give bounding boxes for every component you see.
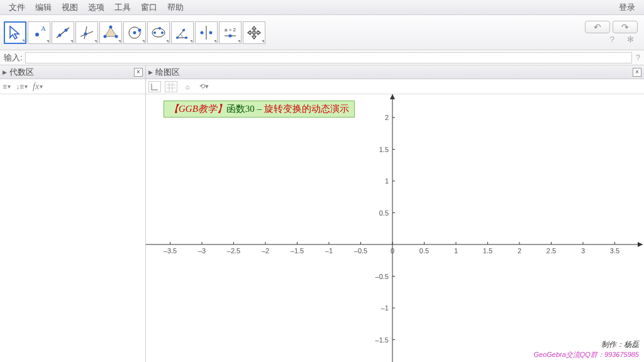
algebra-toolbar: ≡▾ ↓≡▾ fx▾ [0, 79, 145, 94]
svg-text:–3: –3 [198, 247, 206, 255]
graphics-header[interactable]: ▶ 绘图区 × [146, 65, 644, 79]
grid-toggle-icon[interactable] [165, 81, 177, 92]
input-help-icon[interactable]: ? [636, 53, 640, 62]
input-label: 输入: [4, 52, 23, 63]
gear-icon[interactable]: ✻ [627, 35, 634, 44]
svg-text:–1.5: –1.5 [291, 247, 304, 255]
svg-text:–1: –1 [325, 247, 333, 255]
svg-text:1: 1 [454, 247, 458, 255]
svg-line-2 [57, 28, 69, 38]
graphics-close-button[interactable]: × [633, 68, 641, 77]
menu-file[interactable]: 文件 [4, 0, 30, 15]
redo-button[interactable]: ↷ [613, 21, 638, 33]
svg-text:–1.5: –1.5 [375, 336, 389, 344]
svg-point-20 [185, 36, 187, 39]
svg-text:–0.5: –0.5 [354, 247, 367, 255]
svg-point-3 [58, 33, 62, 36]
algebra-header[interactable]: ▶ 代数区 × [0, 65, 145, 79]
tool-line[interactable] [52, 21, 74, 44]
svg-text:A: A [41, 25, 46, 32]
svg-point-0 [35, 33, 39, 36]
svg-point-16 [153, 31, 156, 34]
svg-point-27 [229, 34, 232, 37]
tool-perpendicular[interactable] [75, 21, 98, 44]
graphics-toolbar: ⌂ ⟲▾ [146, 79, 644, 94]
svg-text:–3.5: –3.5 [164, 247, 177, 255]
algebra-title: 代数区 [9, 67, 34, 78]
svg-point-23 [201, 31, 204, 34]
svg-point-19 [176, 36, 179, 39]
undo-button[interactable]: ↶ [585, 21, 610, 33]
svg-text:0.5: 0.5 [419, 247, 429, 255]
svg-text:2: 2 [518, 247, 521, 255]
tool-move[interactable] [4, 21, 26, 44]
tool-reflect[interactable] [195, 21, 218, 44]
algebra-fx-icon[interactable]: fx▾ [33, 82, 43, 92]
svg-text:–2.5: –2.5 [227, 247, 240, 255]
menu-window[interactable]: 窗口 [136, 0, 162, 15]
svg-text:2: 2 [385, 114, 389, 121]
menu-edit[interactable]: 编辑 [30, 0, 57, 15]
svg-text:a = 2: a = 2 [225, 27, 236, 33]
tool-circle[interactable] [123, 21, 146, 44]
tool-angle[interactable] [171, 21, 194, 44]
input-bar: 输入: ? [0, 50, 644, 65]
graphics-title: 绘图区 [155, 67, 180, 78]
algebra-panel: ▶ 代数区 × ≡▾ ↓≡▾ fx▾ [0, 65, 146, 362]
input-field[interactable] [25, 52, 632, 63]
svg-marker-33 [390, 94, 395, 99]
menubar: 文件 编辑 视图 选项 工具 窗口 帮助 登录 [0, 0, 644, 15]
svg-text:3: 3 [581, 247, 585, 255]
tool-slider[interactable]: a = 2 [219, 21, 242, 44]
tool-polygon[interactable] [99, 21, 122, 44]
svg-point-17 [161, 31, 164, 34]
help-icon[interactable]: ? [610, 35, 614, 44]
svg-point-10 [115, 35, 118, 38]
snap-icon[interactable]: ⟲▾ [197, 81, 210, 92]
svg-text:0.5: 0.5 [379, 209, 389, 217]
menu-view[interactable]: 视图 [57, 0, 83, 15]
algebra-list-icon[interactable]: ≡▾ [3, 82, 11, 91]
svg-text:0: 0 [391, 247, 394, 255]
svg-point-7 [84, 32, 87, 35]
svg-point-21 [182, 29, 185, 31]
svg-point-4 [65, 28, 68, 31]
svg-point-14 [138, 28, 142, 31]
triangle-icon: ▶ [3, 69, 7, 75]
svg-marker-31 [638, 242, 643, 247]
tool-ellipse[interactable] [147, 21, 170, 44]
triangle-icon: ▶ [148, 69, 153, 75]
credits: 制作：杨磊 GeoGebra交流QQ群：993675985 [533, 339, 639, 359]
svg-text:1.5: 1.5 [483, 247, 492, 255]
svg-point-9 [109, 25, 113, 28]
svg-text:2.5: 2.5 [547, 247, 556, 255]
menu-help[interactable]: 帮助 [162, 0, 189, 15]
svg-text:–0.5: –0.5 [375, 273, 389, 280]
svg-point-11 [104, 35, 107, 38]
toolbar: A a = 2 ↶ ↷ ? ✻ [0, 15, 644, 50]
svg-text:–1: –1 [381, 304, 389, 312]
graphics-panel: ▶ 绘图区 × ⌂ ⟲▾ –3.5–3–2.5–2–1.5–1–0.500.51… [146, 65, 644, 362]
svg-text:3.5: 3.5 [610, 247, 619, 255]
algebra-sort-icon[interactable]: ↓≡▾ [16, 82, 28, 91]
title-banner: 【GGB教学】函数30 – 旋转变换的动态演示 [164, 101, 355, 118]
tool-move-view[interactable] [243, 21, 265, 44]
menu-tools[interactable]: 工具 [109, 0, 136, 15]
svg-text:–2: –2 [262, 247, 269, 255]
tool-point[interactable]: A [28, 21, 50, 44]
menu-options[interactable]: 选项 [83, 0, 109, 15]
svg-point-13 [133, 31, 136, 34]
login-link[interactable]: 登录 [614, 0, 640, 15]
graph-canvas[interactable]: –3.5–3–2.5–2–1.5–1–0.500.511.522.533.50.… [146, 94, 644, 362]
svg-text:1: 1 [385, 177, 389, 185]
algebra-close-button[interactable]: × [134, 68, 143, 77]
axes-toggle-icon[interactable] [148, 81, 161, 92]
svg-point-24 [209, 31, 213, 34]
home-icon[interactable]: ⌂ [181, 81, 194, 92]
svg-text:1.5: 1.5 [379, 146, 389, 153]
svg-point-18 [158, 27, 161, 30]
